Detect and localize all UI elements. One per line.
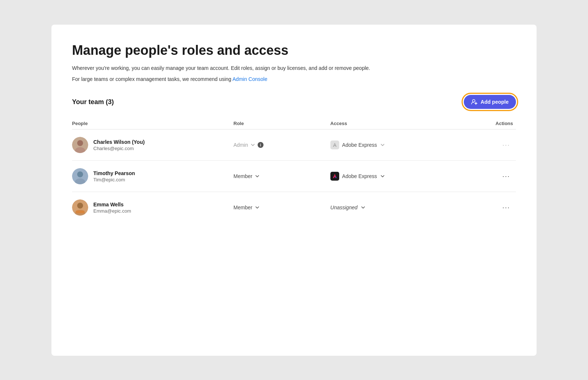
person-email-charles: Charles@epic.com	[93, 146, 145, 151]
person-name-timothy: Timothy Pearson	[93, 170, 135, 176]
person-cell-emma: Emma Wells Emma@epic.com	[72, 199, 233, 216]
person-cell-timothy: Timothy Pearson Tim@epic.com	[72, 168, 233, 184]
svg-rect-12	[76, 210, 85, 213]
add-person-icon	[471, 99, 478, 105]
role-text-emma: Member	[233, 205, 252, 210]
role-cell-charles: Admin i	[233, 142, 330, 148]
avatar-charles	[72, 137, 88, 153]
more-actions-button-charles[interactable]: ···	[499, 140, 513, 150]
access-chevron-icon-emma[interactable]	[361, 205, 366, 210]
page-description-1: Wherever you're working, you can easily …	[72, 64, 516, 72]
more-actions-button-emma[interactable]: ···	[499, 203, 513, 212]
avatar-emma	[72, 199, 88, 216]
person-email-timothy: Tim@epic.com	[93, 177, 135, 182]
access-text-timothy: Adobe Express	[342, 173, 377, 179]
access-cell-timothy: Adobe Express	[330, 172, 451, 181]
chevron-down-icon[interactable]	[250, 142, 255, 148]
access-text-emma: Unassigned	[330, 205, 358, 210]
access-cell-charles: Adobe Express	[330, 141, 451, 149]
page-title: Manage people's roles and access	[72, 42, 516, 58]
person-info-timothy: Timothy Pearson Tim@epic.com	[93, 170, 135, 182]
role-cell-timothy: Member	[233, 173, 330, 179]
role-text-timothy: Member	[233, 173, 252, 179]
add-people-button[interactable]: Add people	[464, 95, 516, 109]
person-cell-charles: Charles Wilson (You) Charles@epic.com	[72, 137, 233, 153]
person-email-emma: Emma@epic.com	[93, 208, 131, 214]
person-name-charles: Charles Wilson (You)	[93, 139, 145, 145]
more-actions-button-timothy[interactable]: ···	[499, 171, 513, 181]
chevron-down-icon[interactable]	[255, 174, 260, 179]
access-chevron-icon-timothy[interactable]	[380, 174, 385, 179]
access-text-charles: Adobe Express	[342, 142, 377, 148]
table-header: People Role Access Actions	[72, 118, 516, 129]
col-people: People	[72, 121, 233, 126]
team-heading: Your team (3)	[72, 98, 114, 106]
access-cell-emma: Unassigned	[330, 205, 451, 210]
role-text-charles: Admin	[233, 142, 248, 148]
svg-point-7	[77, 171, 83, 177]
table-row: Charles Wilson (You) Charles@epic.com Ad…	[72, 129, 516, 161]
info-icon[interactable]: i	[258, 142, 263, 148]
person-name-emma: Emma Wells	[93, 202, 131, 207]
table-row: Timothy Pearson Tim@epic.com Member	[72, 161, 516, 192]
svg-point-4	[77, 140, 83, 146]
table-row: Emma Wells Emma@epic.com Member Unassign…	[72, 192, 516, 223]
col-role: Role	[233, 121, 330, 126]
actions-cell-emma: ···	[451, 203, 516, 212]
actions-cell-timothy: ···	[451, 171, 516, 181]
team-header: Your team (3) Add people	[72, 95, 516, 109]
admin-console-link[interactable]: Admin Console	[233, 76, 268, 82]
svg-point-0	[472, 100, 475, 102]
main-card: Manage people's roles and access Whereve…	[51, 25, 537, 356]
col-access: Access	[330, 121, 451, 126]
role-cell-emma: Member	[233, 205, 330, 210]
person-info-charles: Charles Wilson (You) Charles@epic.com	[93, 139, 145, 151]
add-people-label: Add people	[481, 99, 509, 105]
avatar-timothy	[72, 168, 88, 184]
adobe-express-icon-dark	[330, 172, 339, 181]
svg-point-10	[77, 203, 83, 209]
person-info-emma: Emma Wells Emma@epic.com	[93, 202, 131, 214]
actions-cell-charles: ···	[451, 140, 516, 150]
page-description-2: For large teams or complex management ta…	[72, 75, 516, 83]
access-chevron-icon-charles[interactable]	[380, 142, 385, 148]
adobe-express-icon-light	[330, 141, 339, 149]
col-actions: Actions	[451, 121, 516, 126]
chevron-down-icon[interactable]	[255, 205, 260, 210]
